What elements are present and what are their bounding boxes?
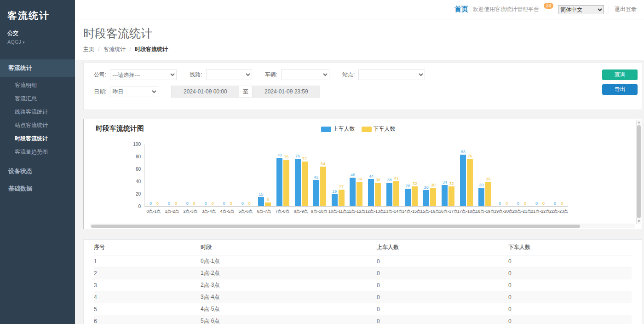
line-select[interactable] xyxy=(206,69,252,80)
x-axis-label: 14点-15点 xyxy=(402,208,420,214)
chart-vertical-scrollbar[interactable]: ▲ ▼ xyxy=(636,120,641,224)
bar-column: 44 xyxy=(368,174,374,206)
bar-column: 0 xyxy=(534,201,540,206)
table-header-cell: 下车人数 xyxy=(508,243,632,251)
bar-value-label: 0 xyxy=(561,201,563,206)
table-row: 10点-1点00 xyxy=(94,255,632,267)
bar-上车人数 xyxy=(405,189,411,206)
table-cell: 0 xyxy=(508,318,632,324)
table-cell: 6 xyxy=(94,318,201,324)
date-from-input[interactable] xyxy=(171,86,239,98)
bar-上车人数 xyxy=(295,159,301,206)
bar-value-label: 0 xyxy=(542,201,545,206)
line-label: 线路: xyxy=(190,71,202,79)
table-header-cell: 时段 xyxy=(201,243,377,251)
bar-上车人数 xyxy=(350,178,356,206)
bar-下车人数 xyxy=(448,186,454,206)
bar-column: 30 xyxy=(478,183,484,207)
table-cell: 1点-2点 xyxy=(201,269,377,277)
station-select[interactable] xyxy=(358,69,425,80)
bar-value-label: 0 xyxy=(205,201,207,206)
bar-下车人数 xyxy=(430,188,436,207)
legend-item-alighting[interactable]: 下车人数 xyxy=(362,125,396,133)
sidebar-submenu-item[interactable]: 客流汇总 xyxy=(0,92,75,105)
bar-value-label: 32 xyxy=(413,181,417,186)
bar-value-label: 28 xyxy=(406,184,410,188)
sidebar-submenu-item[interactable]: 站点客流统计 xyxy=(0,119,75,132)
sidebar-submenu-item[interactable]: 客流量趋势图 xyxy=(0,145,75,159)
bar-value-label: 0 xyxy=(168,201,170,206)
bar-value-label: 0 xyxy=(223,201,225,206)
x-axis-label: 6点-7点 xyxy=(255,208,273,214)
legend-item-boarding[interactable]: 上车人数 xyxy=(321,125,355,133)
sidebar-item-passenger-stats[interactable]: 客流统计 xyxy=(0,59,75,77)
bar-value-label: 0 xyxy=(524,201,526,206)
logout-link[interactable]: 退出登录 xyxy=(609,6,637,13)
bar-下车人数 xyxy=(467,159,473,206)
search-button[interactable]: 查询 xyxy=(602,69,638,80)
sidebar-section-item[interactable]: 基础数据 xyxy=(0,180,75,197)
bar-column: 76 xyxy=(295,154,301,206)
x-axis-label: 9点-10点 xyxy=(310,208,328,214)
table-body: 10点-1点0021点-2点0032点-3点0043点-4点0054点-5点00… xyxy=(94,255,632,324)
chart-horizontal-scrollbar[interactable] xyxy=(90,224,635,228)
bar-column: 83 xyxy=(460,150,466,206)
bar-value-label: 30 xyxy=(479,183,484,187)
bar-value-label: 30 xyxy=(431,183,436,187)
bar-下车人数 xyxy=(412,186,418,206)
bar-value-label: 41 xyxy=(394,176,399,180)
chart-panel: 时段车流统计图 上车人数 下车人数 020406080100 000000000… xyxy=(83,119,642,229)
bar-value-label: 0 xyxy=(242,201,244,206)
table-cell: 0 xyxy=(508,282,632,289)
home-link[interactable]: 首页 xyxy=(454,5,468,14)
bar-column: 38 xyxy=(375,178,381,206)
bar-上车人数 xyxy=(423,190,429,206)
breadcrumb-home[interactable]: 主页 xyxy=(83,46,94,52)
bar-value-label: 44 xyxy=(369,174,374,179)
company-filter: 公司: ---请选择--- xyxy=(94,69,177,80)
breadcrumb-passenger-stats[interactable]: 客流统计 xyxy=(104,46,126,52)
x-axis-label: 2点-3点 xyxy=(181,208,200,214)
x-axis-label: 0点-1点 xyxy=(144,208,163,214)
sidebar-section-item[interactable]: 设备状态 xyxy=(0,162,75,180)
scroll-up-icon[interactable]: ▲ xyxy=(637,120,641,125)
bar-group: 4438 xyxy=(365,145,384,206)
bar-group: 7672 xyxy=(292,145,310,206)
bar-value-label: 32 xyxy=(449,181,454,186)
app-title: 客流统计 xyxy=(7,9,75,22)
bar-column: 0 xyxy=(191,201,197,206)
vehicle-select[interactable] xyxy=(281,69,329,80)
line-filter: 线路: xyxy=(190,69,252,80)
bar-group: 1927 xyxy=(329,145,347,206)
language-select[interactable]: 简体中文 xyxy=(558,5,604,14)
table-cell: 4点-5点 xyxy=(201,305,377,313)
sidebar-submenu-item[interactable]: 时段客流统计 xyxy=(0,132,75,145)
horizontal-scroll-thumb[interactable] xyxy=(91,225,580,228)
bar-group: 8376 xyxy=(457,145,476,206)
notification-badge: 34 xyxy=(544,3,553,9)
bar-下车人数 xyxy=(302,162,308,206)
bar-上车人数 xyxy=(478,188,484,207)
scroll-down-icon[interactable]: ▼ xyxy=(637,219,641,224)
x-axis-label: 10点-11点 xyxy=(328,208,347,214)
table-row: 54点-5点00 xyxy=(94,303,632,315)
vertical-scroll-thumb[interactable] xyxy=(637,125,641,218)
breadcrumb-separator: / xyxy=(98,46,99,52)
export-button[interactable]: 导出 xyxy=(602,84,638,95)
x-axis-label: 4点-5点 xyxy=(218,208,236,214)
bar-group: 00 xyxy=(237,145,255,206)
bar-value-label: 0 xyxy=(499,201,501,206)
org-code-dropdown[interactable]: AQGJ▾ xyxy=(7,39,75,45)
sidebar-submenu-item[interactable]: 线路客流统计 xyxy=(0,105,75,119)
table-cell: 2 xyxy=(94,270,201,277)
company-select[interactable]: ---请选择--- xyxy=(110,69,177,80)
table-cell: 0 xyxy=(377,306,508,312)
date-preset-select[interactable]: 昨日 xyxy=(110,87,158,97)
bar-下车人数 xyxy=(339,190,345,206)
date-to-input[interactable] xyxy=(252,86,320,98)
bar-value-label: 38 xyxy=(387,178,392,182)
sidebar-submenu-item[interactable]: 客流明细 xyxy=(0,79,75,92)
x-axis-label: 1点-2点 xyxy=(163,208,181,214)
sidebar-nav: 客流统计 客流明细客流汇总线路客流统计站点客流统计时段客流统计客流量趋势图 设备… xyxy=(0,59,75,197)
bar-value-label: 26 xyxy=(424,185,429,190)
